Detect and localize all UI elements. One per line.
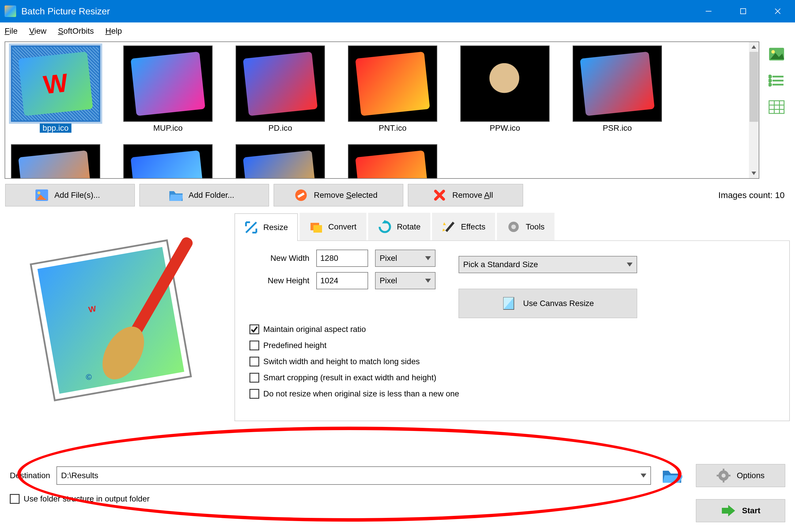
- image-icon: [35, 188, 49, 202]
- titlebar: Batch Picture Resizer: [0, 0, 795, 22]
- thumb-label: PD.ico: [265, 124, 295, 133]
- width-unit-combo[interactable]: Pixel: [375, 250, 436, 267]
- thumb-pnt[interactable]: PNT.ico: [348, 45, 437, 133]
- menu-help[interactable]: Help: [104, 26, 123, 36]
- close-button[interactable]: [760, 0, 795, 22]
- chevron-down-icon: [425, 279, 431, 283]
- checkbox-no-resize[interactable]: Do not resize when original size is less…: [249, 389, 781, 399]
- folder-open-icon: [662, 468, 682, 483]
- svg-point-42: [511, 225, 516, 229]
- svg-rect-15: [769, 101, 784, 113]
- checkbox-switch-label: Switch width and height to match long si…: [263, 357, 420, 366]
- gear-icon: [717, 469, 731, 482]
- checkbox-folder-structure[interactable]: Use folder structure in output folder: [10, 494, 149, 504]
- view-list-icon[interactable]: [766, 71, 787, 90]
- checkbox-icon: [10, 494, 20, 504]
- height-unit-combo[interactable]: Pixel: [375, 272, 436, 289]
- new-width-input[interactable]: [316, 250, 368, 267]
- maximize-button[interactable]: [726, 0, 760, 22]
- checkbox-aspect-label: Maintain original aspect ratio: [263, 325, 366, 334]
- start-label: Start: [742, 506, 760, 515]
- view-grid-icon[interactable]: [766, 98, 787, 116]
- svg-rect-51: [717, 475, 720, 476]
- new-height-label: New Height: [243, 276, 309, 285]
- thumb-mup[interactable]: MUP.ico: [123, 45, 212, 133]
- resize-icon: [244, 221, 258, 234]
- thumb-extra-1[interactable]: [11, 144, 100, 179]
- scroll-thumb[interactable]: [750, 52, 758, 122]
- destination-label: Destination: [10, 471, 50, 480]
- checkbox-folder-structure-label: Use folder structure in output folder: [24, 494, 149, 504]
- tab-resize-label: Resize: [263, 223, 288, 232]
- view-thumbnails-icon[interactable]: [766, 45, 787, 63]
- gallery-scrollbar[interactable]: [749, 42, 759, 178]
- tab-effects-label: Effects: [461, 222, 485, 231]
- checkbox-aspect[interactable]: Maintain original aspect ratio: [249, 324, 781, 334]
- standard-size-value: Pick a Standard Size: [463, 260, 538, 269]
- checkbox-predefined-label: Predefined height: [263, 341, 327, 350]
- thumbnail-gallery[interactable]: W bpp.ico MUP.ico PD.ico PNT.ico PPW.ico: [5, 41, 759, 179]
- svg-marker-40: [442, 229, 445, 231]
- checkbox-icon: [249, 373, 259, 383]
- checkbox-no-resize-label: Do not resize when original size is less…: [263, 389, 459, 398]
- thumb-label: PNT.ico: [376, 124, 409, 133]
- new-height-input[interactable]: [316, 272, 368, 289]
- chevron-down-icon: [641, 474, 646, 478]
- thumb-label: PPW.ico: [487, 124, 523, 133]
- thumb-pd[interactable]: PD.ico: [236, 45, 325, 133]
- options-button[interactable]: Options: [696, 464, 785, 487]
- svg-rect-52: [727, 475, 731, 476]
- svg-point-12: [769, 75, 771, 78]
- thumb-bpp[interactable]: W bpp.ico: [11, 45, 100, 133]
- checkbox-switch[interactable]: Switch width and height to match long si…: [249, 357, 781, 366]
- thumb-ppw[interactable]: PPW.ico: [460, 45, 550, 133]
- tabs-area: Resize Convert Rotate Effects Tools: [235, 213, 790, 421]
- thumb-label: bpp.ico: [40, 124, 71, 133]
- canvas-resize-button[interactable]: Use Canvas Resize: [459, 289, 637, 318]
- preview-image: W ©: [20, 216, 216, 411]
- svg-marker-4: [752, 45, 756, 49]
- add-files-button[interactable]: Add File(s)...: [5, 184, 135, 206]
- remove-selected-button[interactable]: Remove Selected: [274, 184, 403, 206]
- scroll-up-button[interactable]: [749, 42, 759, 52]
- svg-rect-50: [723, 480, 724, 482]
- menu-softorbits[interactable]: SoftOrbits: [57, 26, 95, 36]
- checkbox-predefined[interactable]: Predefined height: [249, 341, 781, 350]
- thumb-psr[interactable]: PSR.ico: [573, 45, 662, 133]
- add-folder-button[interactable]: Add Folder...: [140, 184, 269, 206]
- tab-resize[interactable]: Resize: [235, 213, 298, 241]
- tab-convert[interactable]: Convert: [299, 213, 366, 240]
- thumb-extra-2[interactable]: [123, 144, 212, 179]
- scroll-down-button[interactable]: [749, 168, 759, 178]
- minimize-button[interactable]: [691, 0, 726, 22]
- thumb-extra-4[interactable]: [348, 144, 437, 179]
- checkbox-icon: [249, 341, 259, 350]
- menu-view[interactable]: View: [28, 26, 48, 36]
- add-folder-label: Add Folder...: [189, 191, 235, 200]
- start-button[interactable]: Start: [696, 499, 785, 522]
- chevron-down-icon: [425, 256, 431, 260]
- browse-folder-button[interactable]: [657, 467, 687, 485]
- tab-rotate-label: Rotate: [397, 222, 421, 231]
- standard-size-combo[interactable]: Pick a Standard Size: [459, 256, 637, 273]
- remove-all-button[interactable]: Remove All: [408, 184, 523, 206]
- svg-marker-39: [443, 222, 446, 225]
- convert-icon: [309, 220, 323, 234]
- thumb-extra-3[interactable]: [236, 144, 325, 179]
- tab-effects[interactable]: Effects: [432, 213, 495, 240]
- svg-rect-36: [313, 225, 322, 233]
- tools-icon: [507, 220, 520, 234]
- canvas-icon: [502, 296, 516, 311]
- menu-file[interactable]: File: [3, 26, 19, 36]
- tab-body-resize: New Width Pixel New Height Pixel Pick a …: [235, 241, 790, 421]
- svg-point-48: [722, 474, 725, 478]
- effects-icon: [442, 220, 456, 234]
- svg-rect-1: [741, 8, 746, 14]
- svg-marker-46: [663, 475, 682, 483]
- destination-combo[interactable]: D:\Results: [56, 467, 651, 485]
- tab-tools[interactable]: Tools: [497, 213, 554, 240]
- svg-marker-5: [752, 172, 756, 175]
- checkbox-smart-crop[interactable]: Smart cropping (result in exact width an…: [249, 373, 781, 383]
- remove-all-label: Remove All: [452, 191, 493, 200]
- tab-rotate[interactable]: Rotate: [368, 213, 431, 240]
